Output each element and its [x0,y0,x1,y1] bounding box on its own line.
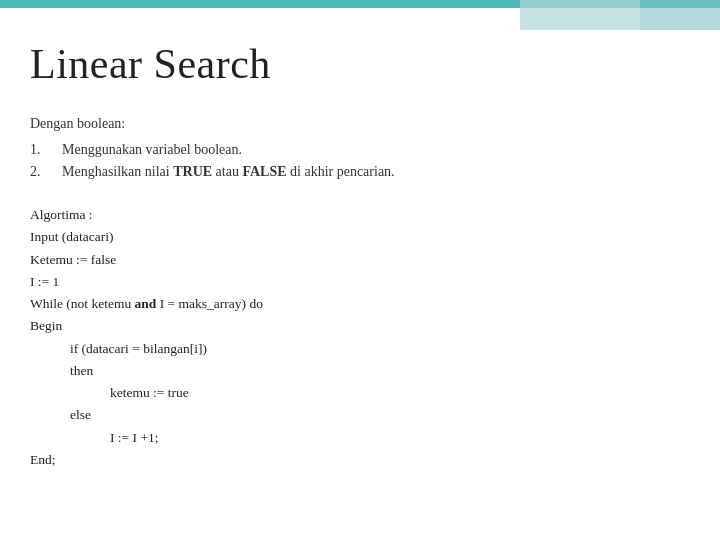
algorithm-block: Algortima : Input (datacari) Ketemu := f… [30,204,690,471]
algo-line-7: then [30,360,690,382]
dengan-label: Dengan boolean: [30,116,690,132]
algo-line-9: else [30,404,690,426]
algo-line-8: ketemu := true [30,382,690,404]
algo-line-0: Algortima : [30,204,690,226]
main-content: Linear Search Dengan boolean: 1. Menggun… [30,40,690,520]
deco-rect-1 [520,0,640,30]
deco-top-right [520,0,720,30]
algo-line-2: Ketemu := false [30,249,690,271]
algo-line-10: I := I +1; [30,427,690,449]
algo-line-6: if (datacari = bilangan[i]) [30,338,690,360]
algo-line-11: End; [30,449,690,471]
list-number-2: 2. [30,164,50,180]
deco-rect-2 [640,0,720,30]
algo-line-4: While (not ketemu and I = maks_array) do [30,293,690,315]
algo-line-3: I := 1 [30,271,690,293]
list-item-1: 1. Menggunakan variabel boolean. [30,142,690,158]
page-title: Linear Search [30,40,690,88]
algo-line-1: Input (datacari) [30,226,690,248]
algo-line-5: Begin [30,315,690,337]
list-text-2: Menghasilkan nilai TRUE atau FALSE di ak… [62,164,395,180]
list-text-1: Menggunakan variabel boolean. [62,142,242,158]
list-item-2: 2. Menghasilkan nilai TRUE atau FALSE di… [30,164,690,180]
list-number-1: 1. [30,142,50,158]
